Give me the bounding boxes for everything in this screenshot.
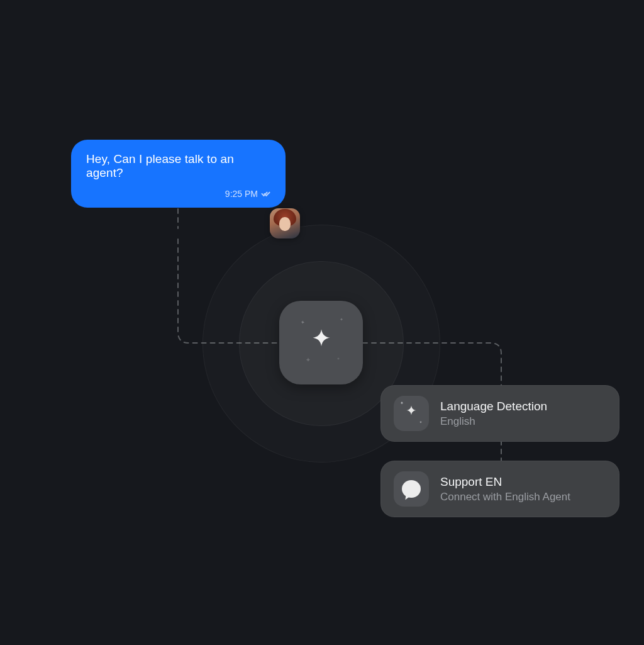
sparkle-icon [394, 396, 429, 431]
sparkle-icon [338, 317, 345, 325]
user-message-text: Hey, Can I please talk to an agent? [86, 152, 270, 180]
card-subtitle: English [440, 415, 547, 428]
card-title: Support EN [440, 474, 570, 490]
chat-icon [394, 471, 429, 507]
read-receipt-icon [262, 191, 270, 197]
sparkle-icon [297, 319, 308, 329]
message-timestamp: 9:25 PM [225, 189, 258, 199]
language-detection-card[interactable]: Language Detection English [380, 385, 619, 442]
sparkle-icon [303, 357, 313, 367]
user-avatar [270, 208, 300, 238]
sparkle-icon [306, 327, 337, 359]
support-card[interactable]: Support EN Connect with English Agent [380, 461, 619, 517]
card-title: Language Detection [440, 399, 547, 414]
flow-diagram: Hey, Can I please talk to an agent? 9:25… [0, 0, 644, 645]
ai-hub-tile [279, 301, 363, 384]
card-subtitle: Connect with English Agent [440, 491, 570, 503]
sparkle-icon [335, 357, 341, 363]
user-message-bubble: Hey, Can I please talk to an agent? 9:25… [71, 140, 286, 208]
